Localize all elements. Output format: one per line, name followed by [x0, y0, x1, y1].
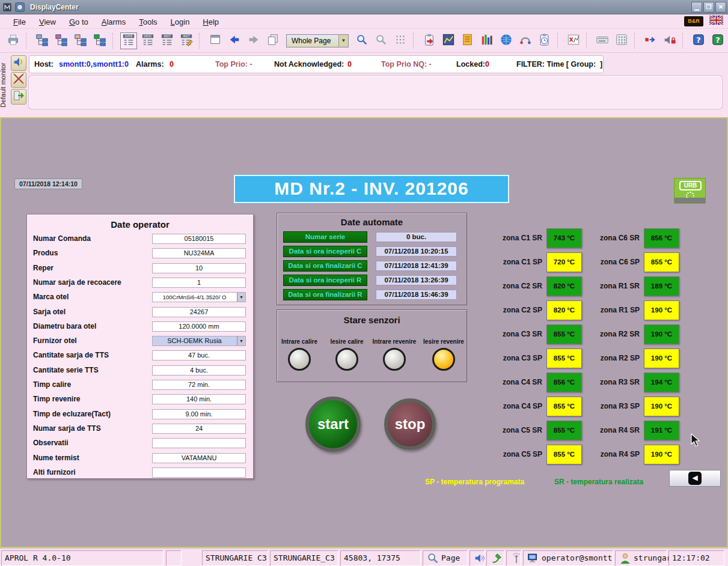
- menu-item-login[interactable]: Login: [171, 17, 190, 26]
- mouse-cursor: [690, 433, 700, 450]
- toolbar-curve-editor-button[interactable]: [565, 32, 582, 49]
- svg-text:INST: INST: [164, 34, 171, 38]
- input-reper[interactable]: 10: [152, 263, 246, 273]
- input-produs[interactable]: NU324MA: [152, 248, 246, 258]
- zoom-mode-select[interactable]: Whole Page▼: [286, 34, 349, 47]
- toolbar-separator: [199, 33, 203, 49]
- toolbar-keypad-button[interactable]: [613, 32, 630, 49]
- horn-icon: [12, 55, 25, 71]
- toolbar-pan-grid-button[interactable]: [392, 32, 409, 49]
- start-button[interactable]: start: [305, 397, 361, 452]
- automate-button-data-si-ora-inceperii-c[interactable]: Data si ora inceperii C: [283, 246, 367, 257]
- toolbar-overview-tree-button[interactable]: [34, 32, 50, 49]
- toolbar-protocol-button[interactable]: [459, 32, 476, 49]
- field-label-cantitate-sarja-de-tts: Cantitate sarja de TTS: [33, 351, 109, 359]
- toolbar-alarm-summary-button[interactable]: [421, 32, 438, 49]
- input-numar-sarja-de-recoacere[interactable]: 1: [152, 278, 246, 288]
- sidebar-suppress-tools-button[interactable]: [11, 72, 26, 88]
- toolbar-inst-list-button[interactable]: INST: [159, 32, 176, 49]
- toolbar-search-tree-button[interactable]: [53, 32, 70, 49]
- toolbar-date-list-button[interactable]: DATE: [120, 32, 137, 49]
- toolbar-web-button[interactable]: [498, 32, 515, 49]
- date-list-icon: DATE: [122, 33, 135, 49]
- alarm-status-0: 0: [170, 60, 174, 68]
- sidebar-exit-monitor-button[interactable]: [11, 89, 26, 105]
- input-nume-termist[interactable]: VATAMANU: [152, 453, 246, 463]
- chevron-down-icon[interactable]: ▼: [338, 35, 348, 47]
- statusbar-page[interactable]: Page: [423, 550, 468, 566]
- toolbar-keyboard-button[interactable]: [594, 32, 611, 49]
- close-button[interactable]: ✕: [715, 2, 726, 13]
- zone-label-zona-c5-sp: zona C5 SP: [465, 445, 542, 464]
- input-timp-calire[interactable]: 72 min.: [152, 380, 246, 390]
- automate-button-numar-serie[interactable]: Numar serie: [283, 231, 367, 243]
- automate-button-data-si-ora-finalizarii-r[interactable]: Data si ora finalizarii R: [283, 289, 367, 300]
- field-label-numar-comanda: Numar Comanda: [33, 234, 91, 243]
- toolbar-zoom-box-button[interactable]: [373, 32, 390, 49]
- toolbar-bar-display-button[interactable]: [479, 32, 495, 49]
- toolbar-help-context-button[interactable]: ?: [709, 32, 726, 49]
- toolbar-status-tree-button[interactable]: [91, 32, 108, 49]
- web-icon: [500, 33, 513, 49]
- chevron-down-icon[interactable]: ▼: [237, 293, 245, 302]
- window-title: DisplayCenter: [30, 3, 79, 11]
- zone-label-zona-c4-sp: zona C4 SP: [465, 397, 542, 416]
- input-timp-revenire[interactable]: 140 min.: [152, 394, 246, 404]
- toolbar-trend-button[interactable]: [440, 32, 457, 49]
- restore-button[interactable]: ❐: [703, 2, 714, 13]
- automate-button-data-si-ora-finalizarii-c[interactable]: Data si ora finalizarii C: [283, 260, 367, 272]
- menu-item-alarms[interactable]: Alarms: [102, 17, 126, 26]
- zone-label-zona-c3-sp: zona C3 SP: [465, 348, 542, 368]
- toolbar-diagnosis-button[interactable]: [517, 32, 534, 49]
- toolbar-io-transfer-button[interactable]: [642, 32, 659, 49]
- toolbar-window-view-button[interactable]: [207, 32, 224, 49]
- uk-flag-icon[interactable]: [709, 16, 723, 27]
- input-numar-sarja-de-tts[interactable]: 24: [152, 424, 246, 434]
- window-menu-icon[interactable]: [14, 2, 25, 13]
- field-label-produs: Produs: [33, 249, 58, 257]
- statusbar-12-17-02: 12:17:02: [668, 550, 724, 566]
- input-observatii[interactable]: [152, 438, 246, 448]
- toolbar-nav-forward-button[interactable]: [245, 32, 262, 49]
- date-automate-panel: Date automate Numar serie0 buc.Data si o…: [277, 213, 467, 305]
- toolbar-nav-back-button[interactable]: [226, 32, 243, 49]
- minimize-button[interactable]: ▁: [691, 2, 702, 13]
- select-furnizor-otel[interactable]: SCH-OEMK Rusia▼: [152, 336, 246, 346]
- field-value: 9.00 min.: [185, 410, 212, 418]
- toolbar-horn-acknowledge-button[interactable]: [661, 32, 678, 49]
- toolbar-operate-tree-button[interactable]: [72, 32, 89, 49]
- pan-grid-icon: [394, 33, 407, 49]
- input-numar-comanda[interactable]: 05180015: [152, 234, 246, 244]
- menu-item-view[interactable]: View: [39, 17, 56, 26]
- toolbar-desc-list-button[interactable]: DESC: [139, 32, 156, 49]
- toolbar-report-button[interactable]: [536, 32, 553, 49]
- toolbar-separator: [26, 33, 29, 49]
- alarm-list-area[interactable]: [29, 76, 722, 109]
- sidebar-horn-button[interactable]: [11, 55, 26, 71]
- toolbar-print-button[interactable]: [5, 32, 22, 49]
- toolbar-zoom-interactive-button[interactable]: [353, 32, 370, 49]
- menu-item-help[interactable]: Help: [203, 17, 219, 26]
- page-back-button[interactable]: ◀: [669, 470, 721, 487]
- input-cantitate-sarja-de-tts[interactable]: 47 buc.: [152, 350, 246, 361]
- select-marca-otel[interactable]: 100CrMnSi6-4/1.3520/ O▼: [152, 292, 246, 302]
- toolbar-page-copy-button[interactable]: [265, 32, 281, 49]
- menu-item-file[interactable]: File: [13, 17, 26, 26]
- svg-text:DESC: DESC: [144, 34, 152, 38]
- menu-item-go-to[interactable]: Go to: [69, 17, 88, 26]
- input-diametru-bara-otel[interactable]: 120.0000 mm: [152, 321, 246, 332]
- menu-item-tools[interactable]: Tools: [139, 17, 157, 26]
- input-alti-furnizori[interactable]: [152, 467, 246, 478]
- statusbar-strungarie: strungarie: [615, 550, 667, 566]
- toolbar-help-button[interactable]: ?: [690, 32, 707, 49]
- input-sarja-otel[interactable]: 24267: [152, 307, 246, 317]
- chevron-down-icon[interactable]: ▼: [237, 336, 245, 345]
- toolbar-inst-edit-list-button[interactable]: INST: [178, 32, 195, 49]
- br-logo: B&R: [684, 16, 703, 26]
- field-value: VATAMANU: [182, 454, 217, 461]
- nav-back-icon: [228, 33, 241, 49]
- stop-button[interactable]: stop: [384, 398, 436, 450]
- input-timp-de-ecluzare-tact[interactable]: 9.00 min.: [152, 409, 246, 419]
- input-cantitate-serie-tts[interactable]: 4 buc.: [152, 365, 246, 376]
- automate-button-data-si-ora-inceperii-r[interactable]: Data si ora inceperii R: [283, 275, 367, 286]
